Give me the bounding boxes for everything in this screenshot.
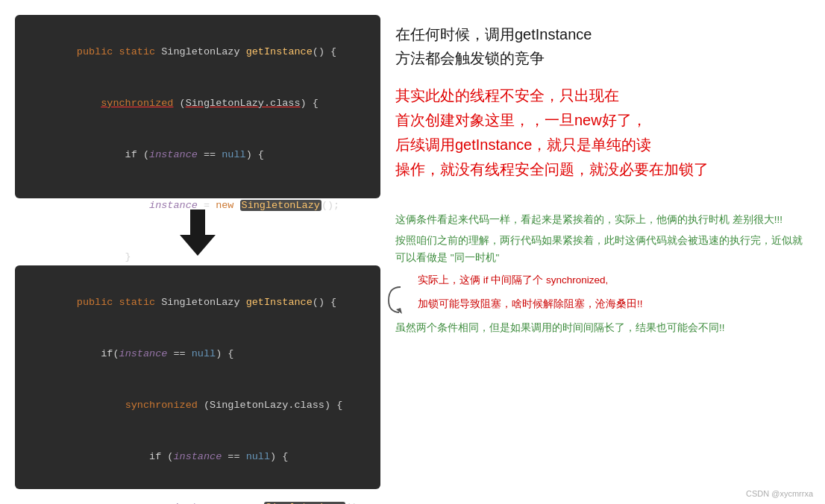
green-annotation-2: 按照咱们之前的理解，两行代码如果紧挨着，此时这俩代码就会被迅速的执行完，近似就可… — [395, 233, 810, 266]
red-line3: 后续调用getInstance，就只是单纯的读 — [395, 133, 810, 157]
kw-public: public — [77, 46, 119, 57]
code-line-3: if (instance == null) { — [28, 130, 367, 181]
green-annotation-3: 虽然两个条件相同，但是如果调用的时间间隔长了，结果也可能会不同!! — [395, 320, 810, 336]
bottom-code-line-2: if(instance == null) { — [28, 329, 367, 380]
right-column: 在任何时候，调用getInstance 方法都会触发锁的竞争 其实此处的线程不安… — [395, 15, 810, 489]
down-arrow — [175, 206, 220, 258]
arrow-svg — [177, 207, 219, 257]
black-text-line1: 在任何时候，调用getInstance — [395, 22, 810, 46]
top-right-section: 在任何时候，调用getInstance 方法都会触发锁的竞争 — [395, 22, 810, 70]
bottom-right-section: 这俩条件看起来代码一样，看起来是紧挨着的，实际上，他俩的执行时机 差别很大!!!… — [395, 212, 810, 337]
bottom-code-block: public static SingletonLazy getInstance(… — [15, 265, 380, 489]
bottom-code-line-4: if (instance == null) { — [28, 432, 367, 483]
main-container: public static SingletonLazy getInstance(… — [0, 0, 825, 504]
synchronized-keyword: synchronized — [101, 98, 173, 109]
bottom-code-line-5: instance = new SingletonLazy(); — [28, 482, 367, 504]
red-line2: 首次创建对象这里，，一旦new好了， — [395, 108, 810, 133]
red-line4: 操作，就没有线程安全问题，就没必要在加锁了 — [395, 157, 810, 182]
bottom-code-line-1: public static SingletonLazy getInstance(… — [28, 277, 367, 329]
new-class: SingletonLazy — [240, 200, 321, 211]
sync-arg: SingletonLazy.class — [186, 98, 301, 109]
red-text-section: 其实此处的线程不安全，只出现在 首次创建对象这里，，一旦new好了， 后续调用g… — [395, 84, 810, 182]
annotation-with-arrow: 实际上，这俩 if 中间隔了个 synchronized, 加锁可能导致阻塞，啥… — [395, 272, 810, 313]
svg-marker-1 — [180, 235, 216, 256]
red-annotation-1: 实际上，这俩 if 中间隔了个 synchronized, — [395, 272, 810, 289]
code-line-2: synchronized (SingletonLazy.class) { — [28, 78, 367, 130]
instance-var: instance — [149, 149, 198, 160]
svg-rect-0 — [190, 210, 205, 235]
kw-static: static — [119, 46, 162, 57]
curve-arrow-icon — [384, 286, 405, 315]
code-line-1: public static SingletonLazy getInstance(… — [28, 27, 367, 78]
black-text-line2: 方法都会触发锁的竞争 — [395, 46, 810, 70]
bottom-code-line-3: synchronized (SingletonLazy.class) { — [28, 380, 367, 432]
red-annotation-2: 加锁可能导致阻塞，啥时候解除阻塞，沧海桑田!! — [395, 296, 810, 312]
cls-name: SingletonLazy — [161, 46, 245, 57]
left-column: public static SingletonLazy getInstance(… — [15, 15, 380, 489]
svg-marker-2 — [396, 308, 402, 314]
watermark: CSDN @xycmrrxa — [746, 489, 813, 498]
red-line1: 其实此处的线程不安全，只出现在 — [395, 84, 810, 108]
top-code-block: public static SingletonLazy getInstance(… — [15, 15, 380, 198]
green-annotation-1: 这俩条件看起来代码一样，看起来是紧挨着的，实际上，他俩的执行时机 差别很大!!! — [395, 212, 810, 228]
method-name: getInstance — [246, 46, 313, 57]
